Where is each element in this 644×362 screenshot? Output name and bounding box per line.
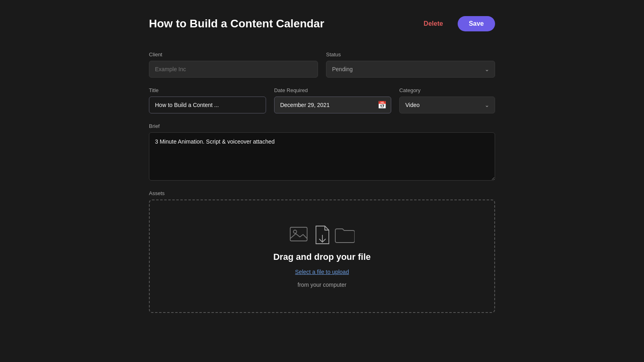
select-file-link[interactable]: Select a file to upload — [295, 269, 349, 275]
client-input[interactable] — [149, 61, 318, 78]
upload-file-icon — [314, 224, 331, 245]
title-label: Title — [149, 87, 266, 93]
client-label: Client — [149, 51, 318, 58]
title-date-category-row: Title Date Required 📅 Category Video Blo… — [149, 87, 495, 113]
client-status-row: Client Status Pending In Progress Comple… — [149, 51, 495, 78]
assets-section: Assets — [149, 190, 495, 313]
save-button[interactable]: Save — [458, 16, 495, 31]
image-icon — [289, 226, 310, 243]
status-select-wrapper: Pending In Progress Completed Cancelled … — [326, 61, 495, 78]
page-title: How to Build a Content Calendar — [149, 17, 324, 30]
client-group: Client — [149, 51, 318, 78]
svg-rect-0 — [290, 227, 307, 241]
brief-textarea[interactable]: 3 Minute Animation. Script & voiceover a… — [149, 132, 495, 181]
drop-zone-icons — [289, 224, 355, 245]
page-header: How to Build a Content Calendar Delete S… — [149, 16, 495, 31]
date-label: Date Required — [274, 87, 391, 93]
date-input[interactable] — [274, 97, 391, 113]
status-select[interactable]: Pending In Progress Completed Cancelled — [326, 61, 495, 78]
category-group: Category Video Blog Social Podcast ⌄ — [399, 87, 495, 113]
drop-zone-main-text: Drag and drop your file — [273, 252, 371, 262]
category-select-wrapper: Video Blog Social Podcast ⌄ — [399, 97, 495, 113]
brief-group: Brief 3 Minute Animation. Script & voice… — [149, 123, 495, 181]
brief-label: Brief — [149, 123, 495, 129]
header-actions: Delete Save — [417, 16, 495, 31]
folder-icon — [334, 226, 355, 243]
category-select[interactable]: Video Blog Social Podcast — [399, 97, 495, 113]
assets-label: Assets — [149, 190, 495, 196]
status-group: Status Pending In Progress Completed Can… — [326, 51, 495, 78]
delete-button[interactable]: Delete — [417, 17, 450, 31]
drop-zone[interactable]: Drag and drop your file Select a file to… — [149, 200, 495, 313]
title-group: Title — [149, 87, 266, 113]
drop-zone-sub-text: from your computer — [297, 282, 346, 288]
title-input[interactable] — [149, 97, 266, 113]
date-input-wrapper: 📅 — [274, 97, 391, 113]
date-group: Date Required 📅 — [274, 87, 391, 113]
category-label: Category — [399, 87, 495, 93]
status-label: Status — [326, 51, 495, 58]
svg-point-1 — [293, 230, 297, 233]
